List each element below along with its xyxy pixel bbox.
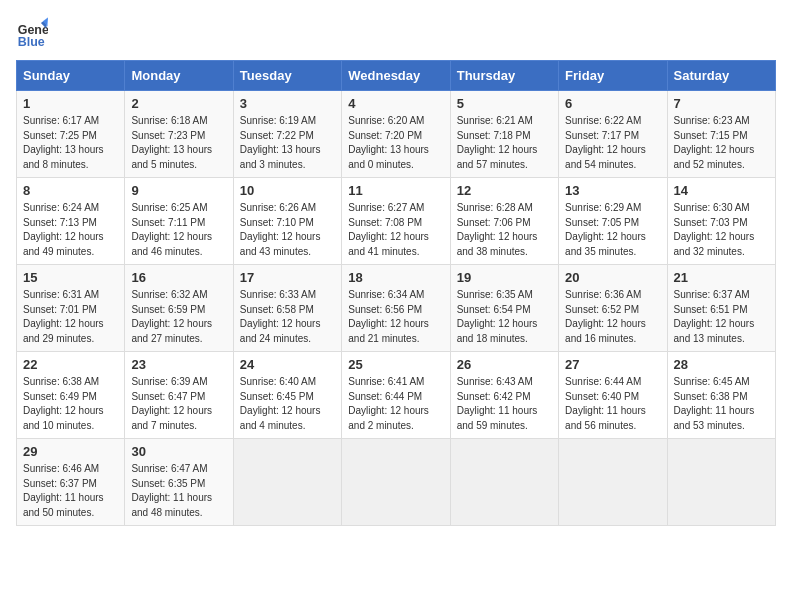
calendar-cell: 12 Sunrise: 6:28 AM Sunset: 7:06 PM Dayl…	[450, 178, 558, 265]
day-number: 8	[23, 183, 118, 198]
cell-content: Sunrise: 6:22 AM Sunset: 7:17 PM Dayligh…	[565, 114, 660, 172]
day-number: 24	[240, 357, 335, 372]
calendar-week-2: 8 Sunrise: 6:24 AM Sunset: 7:13 PM Dayli…	[17, 178, 776, 265]
calendar-table: SundayMondayTuesdayWednesdayThursdayFrid…	[16, 60, 776, 526]
cell-content: Sunrise: 6:28 AM Sunset: 7:06 PM Dayligh…	[457, 201, 552, 259]
cell-content: Sunrise: 6:43 AM Sunset: 6:42 PM Dayligh…	[457, 375, 552, 433]
calendar-cell: 11 Sunrise: 6:27 AM Sunset: 7:08 PM Dayl…	[342, 178, 450, 265]
day-number: 15	[23, 270, 118, 285]
cell-content: Sunrise: 6:36 AM Sunset: 6:52 PM Dayligh…	[565, 288, 660, 346]
day-number: 5	[457, 96, 552, 111]
day-number: 22	[23, 357, 118, 372]
cell-content: Sunrise: 6:29 AM Sunset: 7:05 PM Dayligh…	[565, 201, 660, 259]
calendar-header: SundayMondayTuesdayWednesdayThursdayFrid…	[17, 61, 776, 91]
day-number: 25	[348, 357, 443, 372]
day-header-saturday: Saturday	[667, 61, 775, 91]
calendar-cell: 19 Sunrise: 6:35 AM Sunset: 6:54 PM Dayl…	[450, 265, 558, 352]
day-number: 10	[240, 183, 335, 198]
calendar-cell: 24 Sunrise: 6:40 AM Sunset: 6:45 PM Dayl…	[233, 352, 341, 439]
calendar-cell: 16 Sunrise: 6:32 AM Sunset: 6:59 PM Dayl…	[125, 265, 233, 352]
day-number: 17	[240, 270, 335, 285]
cell-content: Sunrise: 6:17 AM Sunset: 7:25 PM Dayligh…	[23, 114, 118, 172]
calendar-cell: 23 Sunrise: 6:39 AM Sunset: 6:47 PM Dayl…	[125, 352, 233, 439]
day-number: 14	[674, 183, 769, 198]
calendar-cell: 15 Sunrise: 6:31 AM Sunset: 7:01 PM Dayl…	[17, 265, 125, 352]
cell-content: Sunrise: 6:30 AM Sunset: 7:03 PM Dayligh…	[674, 201, 769, 259]
day-header-wednesday: Wednesday	[342, 61, 450, 91]
calendar-cell: 1 Sunrise: 6:17 AM Sunset: 7:25 PM Dayli…	[17, 91, 125, 178]
calendar-cell	[233, 439, 341, 526]
day-number: 19	[457, 270, 552, 285]
cell-content: Sunrise: 6:33 AM Sunset: 6:58 PM Dayligh…	[240, 288, 335, 346]
logo-icon: General Blue	[16, 16, 48, 48]
day-header-sunday: Sunday	[17, 61, 125, 91]
day-number: 7	[674, 96, 769, 111]
day-header-tuesday: Tuesday	[233, 61, 341, 91]
day-number: 12	[457, 183, 552, 198]
calendar-week-1: 1 Sunrise: 6:17 AM Sunset: 7:25 PM Dayli…	[17, 91, 776, 178]
cell-content: Sunrise: 6:40 AM Sunset: 6:45 PM Dayligh…	[240, 375, 335, 433]
cell-content: Sunrise: 6:38 AM Sunset: 6:49 PM Dayligh…	[23, 375, 118, 433]
calendar-cell: 5 Sunrise: 6:21 AM Sunset: 7:18 PM Dayli…	[450, 91, 558, 178]
calendar-cell: 18 Sunrise: 6:34 AM Sunset: 6:56 PM Dayl…	[342, 265, 450, 352]
cell-content: Sunrise: 6:47 AM Sunset: 6:35 PM Dayligh…	[131, 462, 226, 520]
day-number: 26	[457, 357, 552, 372]
day-number: 20	[565, 270, 660, 285]
calendar-cell: 8 Sunrise: 6:24 AM Sunset: 7:13 PM Dayli…	[17, 178, 125, 265]
day-number: 21	[674, 270, 769, 285]
calendar-cell	[450, 439, 558, 526]
calendar-cell: 6 Sunrise: 6:22 AM Sunset: 7:17 PM Dayli…	[559, 91, 667, 178]
day-header-monday: Monday	[125, 61, 233, 91]
day-number: 4	[348, 96, 443, 111]
cell-content: Sunrise: 6:46 AM Sunset: 6:37 PM Dayligh…	[23, 462, 118, 520]
calendar-cell: 20 Sunrise: 6:36 AM Sunset: 6:52 PM Dayl…	[559, 265, 667, 352]
page-header: General Blue	[16, 16, 776, 48]
cell-content: Sunrise: 6:19 AM Sunset: 7:22 PM Dayligh…	[240, 114, 335, 172]
day-number: 13	[565, 183, 660, 198]
cell-content: Sunrise: 6:35 AM Sunset: 6:54 PM Dayligh…	[457, 288, 552, 346]
cell-content: Sunrise: 6:41 AM Sunset: 6:44 PM Dayligh…	[348, 375, 443, 433]
day-header-thursday: Thursday	[450, 61, 558, 91]
day-number: 1	[23, 96, 118, 111]
calendar-cell: 21 Sunrise: 6:37 AM Sunset: 6:51 PM Dayl…	[667, 265, 775, 352]
cell-content: Sunrise: 6:27 AM Sunset: 7:08 PM Dayligh…	[348, 201, 443, 259]
calendar-cell: 4 Sunrise: 6:20 AM Sunset: 7:20 PM Dayli…	[342, 91, 450, 178]
cell-content: Sunrise: 6:24 AM Sunset: 7:13 PM Dayligh…	[23, 201, 118, 259]
cell-content: Sunrise: 6:45 AM Sunset: 6:38 PM Dayligh…	[674, 375, 769, 433]
calendar-cell: 22 Sunrise: 6:38 AM Sunset: 6:49 PM Dayl…	[17, 352, 125, 439]
calendar-week-4: 22 Sunrise: 6:38 AM Sunset: 6:49 PM Dayl…	[17, 352, 776, 439]
day-number: 29	[23, 444, 118, 459]
calendar-week-3: 15 Sunrise: 6:31 AM Sunset: 7:01 PM Dayl…	[17, 265, 776, 352]
calendar-cell: 17 Sunrise: 6:33 AM Sunset: 6:58 PM Dayl…	[233, 265, 341, 352]
calendar-cell: 13 Sunrise: 6:29 AM Sunset: 7:05 PM Dayl…	[559, 178, 667, 265]
day-header-friday: Friday	[559, 61, 667, 91]
calendar-cell: 3 Sunrise: 6:19 AM Sunset: 7:22 PM Dayli…	[233, 91, 341, 178]
calendar-cell: 27 Sunrise: 6:44 AM Sunset: 6:40 PM Dayl…	[559, 352, 667, 439]
cell-content: Sunrise: 6:18 AM Sunset: 7:23 PM Dayligh…	[131, 114, 226, 172]
calendar-cell: 25 Sunrise: 6:41 AM Sunset: 6:44 PM Dayl…	[342, 352, 450, 439]
cell-content: Sunrise: 6:31 AM Sunset: 7:01 PM Dayligh…	[23, 288, 118, 346]
calendar-cell: 7 Sunrise: 6:23 AM Sunset: 7:15 PM Dayli…	[667, 91, 775, 178]
day-number: 3	[240, 96, 335, 111]
calendar-cell: 9 Sunrise: 6:25 AM Sunset: 7:11 PM Dayli…	[125, 178, 233, 265]
calendar-cell: 29 Sunrise: 6:46 AM Sunset: 6:37 PM Dayl…	[17, 439, 125, 526]
calendar-cell: 10 Sunrise: 6:26 AM Sunset: 7:10 PM Dayl…	[233, 178, 341, 265]
svg-text:Blue: Blue	[18, 35, 45, 48]
cell-content: Sunrise: 6:44 AM Sunset: 6:40 PM Dayligh…	[565, 375, 660, 433]
day-number: 28	[674, 357, 769, 372]
cell-content: Sunrise: 6:34 AM Sunset: 6:56 PM Dayligh…	[348, 288, 443, 346]
cell-content: Sunrise: 6:26 AM Sunset: 7:10 PM Dayligh…	[240, 201, 335, 259]
day-number: 23	[131, 357, 226, 372]
calendar-cell	[342, 439, 450, 526]
day-number: 16	[131, 270, 226, 285]
calendar-cell: 30 Sunrise: 6:47 AM Sunset: 6:35 PM Dayl…	[125, 439, 233, 526]
day-number: 27	[565, 357, 660, 372]
calendar-week-5: 29 Sunrise: 6:46 AM Sunset: 6:37 PM Dayl…	[17, 439, 776, 526]
calendar-cell: 2 Sunrise: 6:18 AM Sunset: 7:23 PM Dayli…	[125, 91, 233, 178]
cell-content: Sunrise: 6:39 AM Sunset: 6:47 PM Dayligh…	[131, 375, 226, 433]
cell-content: Sunrise: 6:21 AM Sunset: 7:18 PM Dayligh…	[457, 114, 552, 172]
calendar-cell	[667, 439, 775, 526]
calendar-cell: 14 Sunrise: 6:30 AM Sunset: 7:03 PM Dayl…	[667, 178, 775, 265]
day-number: 11	[348, 183, 443, 198]
logo: General Blue	[16, 16, 52, 48]
